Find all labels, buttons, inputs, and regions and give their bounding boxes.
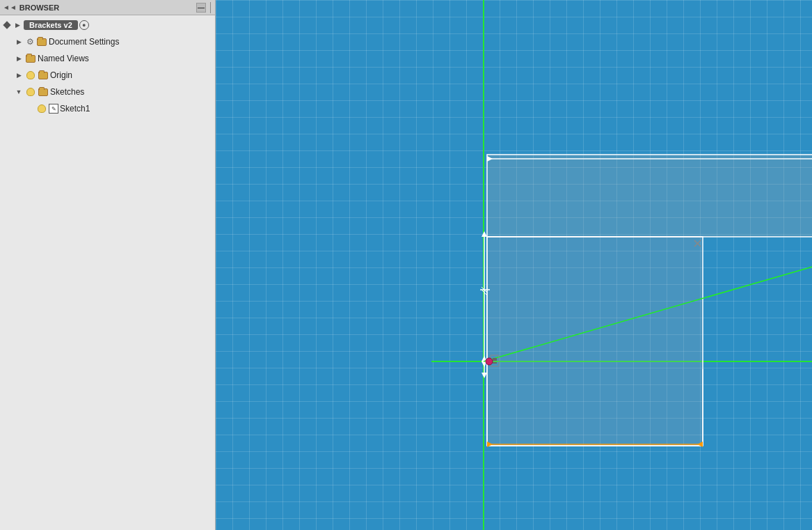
svg-marker-16 bbox=[481, 361, 487, 367]
status-icon: ● bbox=[79, 20, 89, 30]
tree-item-named-views[interactable]: Named Views bbox=[0, 50, 215, 67]
svg-marker-4 bbox=[487, 156, 493, 162]
svg-rect-24 bbox=[493, 362, 497, 364]
document-name-badge: Brackets v2 bbox=[24, 20, 78, 30]
svg-marker-15 bbox=[481, 231, 487, 237]
canvas-svg bbox=[431, 0, 812, 530]
svg-marker-18 bbox=[481, 356, 487, 361]
folder-icon-document-settings bbox=[36, 36, 47, 47]
folder-icon-sketches bbox=[38, 86, 49, 98]
divider bbox=[210, 2, 211, 13]
sketch-icon-sketch1: ✎ bbox=[49, 104, 58, 114]
gear-icon: ⚙ bbox=[25, 37, 35, 47]
bulb-icon-origin bbox=[25, 70, 36, 81]
tree-item-sketches[interactable]: Sketches bbox=[0, 84, 215, 100]
origin-label: Origin bbox=[50, 70, 72, 80]
tree-item-origin[interactable]: Origin bbox=[0, 67, 215, 84]
svg-marker-19 bbox=[481, 373, 487, 378]
tree-root: Brackets v2 ● ⚙ Document Settings Named … bbox=[0, 15, 215, 118]
folder-icon-origin bbox=[38, 70, 49, 81]
browser-arrow-icon: ◄◄ bbox=[3, 3, 17, 11]
browser-minimize-button[interactable]: — bbox=[196, 3, 206, 13]
bulb-icon-sketch1 bbox=[36, 103, 47, 114]
root-diamond-icon bbox=[3, 21, 11, 29]
browser-panel: ◄◄ BROWSER — Brackets v2 ● ⚙ Document Se… bbox=[0, 0, 216, 530]
svg-line-26 bbox=[481, 287, 487, 293]
sketches-label: Sketches bbox=[50, 87, 84, 97]
browser-header: ◄◄ BROWSER — bbox=[0, 0, 215, 15]
sketch1-arrow bbox=[25, 104, 35, 114]
svg-rect-2 bbox=[487, 155, 812, 237]
svg-rect-10 bbox=[487, 237, 703, 446]
svg-point-25 bbox=[486, 358, 493, 365]
svg-marker-13 bbox=[697, 442, 703, 447]
document-settings-label: Document Settings bbox=[49, 37, 119, 47]
browser-title: BROWSER bbox=[19, 3, 193, 12]
tree-item-root[interactable]: Brackets v2 ● bbox=[0, 17, 215, 33]
sketches-arrow[interactable] bbox=[14, 87, 24, 97]
tree-item-sketch1[interactable]: ✎ Sketch1 bbox=[0, 100, 215, 117]
canvas-area[interactable] bbox=[216, 0, 812, 530]
folder-icon-named-views bbox=[25, 53, 36, 64]
tree-item-document-settings[interactable]: ⚙ Document Settings bbox=[0, 33, 215, 50]
svg-rect-23 bbox=[493, 358, 497, 361]
root-arrow[interactable] bbox=[13, 20, 22, 30]
svg-line-28 bbox=[694, 240, 701, 247]
sketch1-label: Sketch1 bbox=[60, 104, 90, 114]
svg-line-27 bbox=[481, 290, 487, 295]
svg-marker-12 bbox=[487, 442, 493, 447]
named-views-label: Named Views bbox=[38, 54, 89, 63]
named-views-arrow[interactable] bbox=[14, 54, 24, 63]
svg-line-29 bbox=[694, 240, 701, 247]
bulb-icon-sketches bbox=[25, 86, 36, 98]
document-settings-arrow[interactable] bbox=[14, 37, 24, 47]
svg-line-20 bbox=[484, 237, 812, 361]
svg-rect-22 bbox=[491, 355, 499, 366]
origin-arrow[interactable] bbox=[14, 70, 24, 80]
